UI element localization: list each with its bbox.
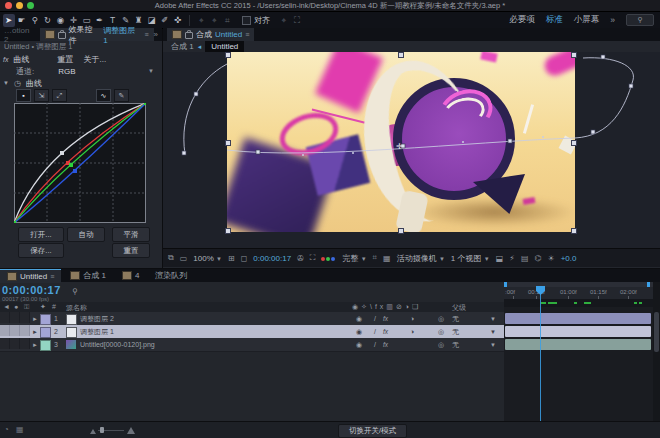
panel-menu-icon[interactable]: ≡ [50,273,54,280]
curve-control-point[interactable] [14,221,16,223]
curves-button-[interactable]: 自动 [67,227,105,242]
timeline-search-icon[interactable]: ⚲ [72,287,78,296]
work-area-strip[interactable] [504,299,653,307]
curves-button-[interactable]: 保存... [18,243,64,258]
parent-value[interactable]: 无 [452,325,459,338]
roto-brush-tool[interactable]: ✐ [159,14,171,27]
layer-fx-switch[interactable]: fx [383,325,388,338]
breadcrumb-current-comp[interactable]: Untitled [205,41,244,52]
curve-point-tool[interactable]: ▪ [16,89,31,102]
curve-control-point[interactable] [69,163,73,167]
curve-control-point[interactable] [73,169,77,173]
curve-control-point[interactable] [144,103,146,105]
timeline-icon[interactable]: ▤ [521,254,529,263]
expand-triangle-icon[interactable]: ▼ [3,80,9,86]
mask-visibility-icon[interactable]: ◻ [241,254,248,263]
layer-visibility-toggle[interactable] [0,325,10,336]
timeline-zoom-thumb[interactable] [100,427,104,433]
panel-menu-icon[interactable]: ≡ [144,31,148,38]
layer-row-3[interactable]: ►3Untitled[0000-0120].png◉/fx◎无▼ [0,338,504,352]
unified-camera-tool[interactable]: ◉ [55,14,67,27]
grid-guides-icon[interactable]: ⊞ [228,254,235,263]
breadcrumb-parent-comp[interactable]: 合成 1 [171,41,194,52]
rotation-tool[interactable]: ↻ [42,14,54,27]
layer-lock-toggle[interactable] [20,338,30,349]
layer-adjustment-switch[interactable]: ◑ [410,325,414,338]
expand-layer-switches-icon[interactable]: ◔ [4,425,9,434]
layer-eye-icon[interactable]: ◉ [356,312,362,325]
parent-value[interactable]: 无 [452,312,459,325]
curve-resize-small-button[interactable]: ⇲ [34,89,49,102]
selection-handle[interactable] [225,228,231,234]
mask-feather-icon[interactable]: ⌖ [278,14,290,27]
show-snapshot-icon[interactable]: ⛶ [310,253,316,263]
selection-handle[interactable] [398,52,404,58]
composition-viewer[interactable]: ✛ [163,52,660,248]
curves-graph[interactable] [14,103,146,223]
tab-composition[interactable]: 合成 Untitled ≡ [167,28,254,41]
parent-pickwhip-icon[interactable]: ◎ [438,338,444,351]
workspace-overflow[interactable]: » [610,15,615,25]
curve-resize-large-button[interactable]: ⤢ [52,89,67,102]
tab-overflow-icon[interactable]: » [154,30,162,39]
timeline-track-area[interactable]: :00f00:15f01:00f01:15f02:00f [504,282,653,422]
local-axis-mode[interactable]: ⌖ [196,14,208,27]
toggle-switches-modes-button[interactable]: 切换开关/模式 [338,424,407,438]
selection-handle[interactable] [398,228,404,234]
timeline-current-time[interactable]: 0:00:00:17 [2,284,61,296]
parent-pickwhip-icon[interactable]: ◎ [438,325,444,338]
exposure-value[interactable]: +0.0 [561,254,577,263]
layer-lock-toggle[interactable] [20,312,30,323]
layer-quality-switch[interactable]: / [374,325,376,338]
timeline-vertical-scrollbar[interactable] [653,282,660,422]
parent-dropdown-caret[interactable]: ▼ [490,325,496,338]
layer-name[interactable]: 调整图层 1 [80,325,114,338]
layer-expand-triangle[interactable]: ► [32,338,38,351]
layer-audio-toggle[interactable] [10,325,20,336]
stopwatch-icon[interactable]: ◷ [14,79,21,88]
snap-toggle[interactable]: 对齐 [242,15,270,26]
zoom-in-mountain-icon[interactable] [127,427,135,434]
flowchart-icon[interactable]: ⌬ [534,254,541,263]
panel-menu-icon[interactable]: ≡ [245,31,249,38]
layer-name[interactable]: 调整图层 2 [80,312,114,325]
effect-name[interactable]: 曲线 [13,54,29,65]
layer-audio-toggle[interactable] [10,338,20,349]
zoom-out-mountain-icon[interactable] [90,429,96,434]
curves-button-[interactable]: 重置 [112,243,150,258]
magnification-dropdown[interactable]: 100% ▼ [193,254,222,263]
layer-lock-toggle[interactable] [20,325,30,336]
lock-icon[interactable] [185,32,193,39]
selection-handle[interactable] [571,228,577,234]
lock-icon[interactable] [58,32,66,39]
fx-icon[interactable]: fx [3,56,8,63]
eraser-tool[interactable]: ◪ [146,14,158,27]
selection-handle[interactable] [571,140,577,146]
curve-pencil-tool[interactable]: ✎ [114,89,129,102]
timeline-tab-1[interactable]: Untitled≡ [0,269,61,283]
curves-button-[interactable]: 打开... [18,227,64,242]
pixel-aspect-icon[interactable]: ⬓ [496,254,504,263]
layer-visibility-toggle[interactable] [0,312,10,323]
workspace-search-box[interactable]: ⚲ [626,14,654,26]
anchor-point[interactable]: ✛ [396,142,403,151]
puppet-pin-tool[interactable]: ✜ [172,14,184,27]
scrollbar-thumb[interactable] [654,312,659,352]
channel-dropdown-caret[interactable]: ▼ [148,68,154,74]
layer-duration-bar-2[interactable] [505,326,651,337]
current-time-display[interactable]: 0:00:00:17 [253,254,291,263]
tab-effect-controls[interactable]: 效果控件 调整图层 1 ≡ [40,28,154,41]
about-effect-link[interactable]: 关于... [83,54,106,65]
layer-row-1[interactable]: ►1调整图层 2◉/fx◑◎无▼ [0,312,504,326]
layer-name[interactable]: Untitled[0000-0120].png [80,338,155,351]
playhead-line[interactable] [540,287,541,422]
timeline-tab-4[interactable]: 渲染队列 [148,269,194,282]
timeline-tab-2[interactable]: 合成 1 [63,269,113,282]
snap-checkbox[interactable] [242,16,251,25]
layer-eye-icon[interactable]: ◉ [356,338,362,351]
layer-label-color[interactable] [40,314,51,325]
parent-value[interactable]: 无 [452,338,459,351]
camera-view-dropdown[interactable]: 活动摄像机 ▼ [397,253,445,264]
parent-dropdown-caret[interactable]: ▼ [490,312,496,325]
layer-quality-switch[interactable]: / [374,338,376,351]
